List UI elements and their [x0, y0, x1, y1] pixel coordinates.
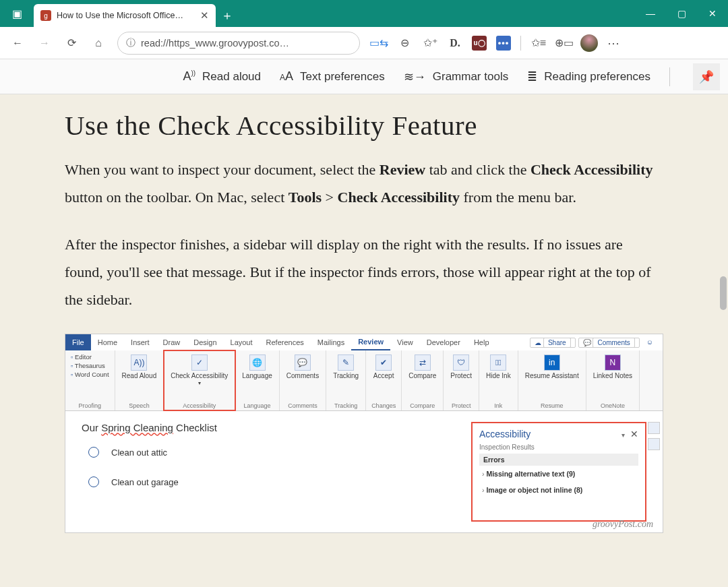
add-favorite-icon[interactable]: ✩⁺ [418, 31, 442, 55]
comments-icon: 💬 [295, 354, 311, 371]
profile-avatar[interactable] [578, 32, 601, 55]
onenote-icon: N [605, 354, 621, 371]
collections-icon[interactable]: ⊕▭ [552, 31, 576, 55]
article-content: Use the Check Accessibility Feature When… [0, 94, 728, 533]
ribbon-linked-notes: Linked Notes [593, 372, 632, 379]
read-aloud-icon: A)) [131, 354, 147, 371]
ribbon-resume-assistant: Resume Assistant [525, 372, 579, 379]
ribbon-group-compare: Compare [410, 402, 435, 409]
ribbon-group-protect: Protect [452, 402, 471, 409]
forward-button: → [32, 31, 57, 55]
word-ribbon: Editor Thesaurus Word Count Proofing A))… [65, 350, 663, 411]
figure-watermark: groovyPost.com [593, 519, 653, 530]
check-accessibility-icon: ✓ [191, 354, 208, 371]
url-field[interactable]: ⓘ read://https_www.groovypost.co… [117, 32, 360, 55]
inspection-results-label: Inspection Results [479, 443, 638, 451]
scrollbar[interactable] [719, 61, 728, 587]
minimize-button[interactable]: ― [635, 0, 666, 27]
read-aloud-label: Read aloud [202, 70, 261, 84]
tracking-icon: ✎ [338, 354, 354, 371]
word-document-body: Our Spring Cleaning Checklist Clean out … [82, 422, 463, 522]
reading-preferences-button[interactable]: ≣ Reading preferences [527, 69, 650, 84]
ribbon-group-speech: Speech [129, 402, 150, 409]
text-prefs-label: Text preferences [300, 70, 385, 84]
ribbon-group-changes: Changes [371, 402, 396, 409]
maximize-button[interactable]: ▢ [666, 0, 697, 27]
accessibility-pane: Accessibility ▾ ✕ Inspection Results Err… [471, 422, 646, 522]
scrollbar-thumb[interactable] [720, 276, 727, 310]
close-tab-icon[interactable]: ✕ [200, 9, 209, 22]
ribbon-group-accessibility: Accessibility [183, 402, 216, 409]
favorites-icon[interactable]: ✩≡ [526, 31, 551, 55]
reload-button[interactable]: ⟳ [59, 31, 84, 55]
favicon-icon: g [40, 10, 51, 21]
ribbon-thesaurus: Thesaurus [71, 362, 105, 369]
pin-icon: 📌 [699, 69, 714, 84]
reading-prefs-icon: ≣ [527, 69, 537, 84]
zoom-out-icon[interactable]: ⊖ [392, 31, 417, 55]
word-screenshot-figure: File Home Insert Draw Design Layout Refe… [65, 334, 663, 533]
browser-tab[interactable]: g How to Use the Microsoft Office… ✕ [34, 4, 216, 27]
extension-ublock-icon[interactable]: u◯ [468, 32, 491, 55]
word-comments-button: 💬 Comments [578, 338, 640, 348]
close-window-button[interactable]: ✕ [697, 0, 728, 27]
word-tab-review: Review [351, 334, 390, 350]
ribbon-group-tracking: Tracking [334, 402, 357, 409]
extension-lastpass-icon[interactable]: ••• [492, 32, 515, 55]
ribbon-wordcount: Word Count [71, 371, 109, 378]
protect-icon: 🛡 [453, 354, 469, 371]
checklist-item-2: Clean out garage [88, 476, 463, 487]
article-paragraph-2: After the inspector finishes, a sidebar … [65, 231, 663, 313]
back-button[interactable]: ← [5, 31, 30, 55]
ribbon-check-accessibility: Check Accessibility [171, 372, 228, 379]
ribbon-group-comments: Comments [288, 402, 317, 409]
reader-toolbar: A)) Read aloud AA Text preferences ≋→ Gr… [0, 59, 728, 94]
word-tab-view: View [390, 338, 420, 346]
checklist-item-1: Clean out attic [88, 447, 463, 458]
tab-title: How to Use the Microsoft Office… [57, 11, 183, 20]
url-text: read://https_www.groovypost.co… [141, 38, 289, 49]
pin-toolbar-button[interactable]: 📌 [693, 63, 720, 90]
ribbon-hide-ink: Hide Ink [486, 372, 511, 379]
ribbon-group-ink: Ink [494, 402, 502, 409]
ribbon-group-resume: Resume [541, 402, 564, 409]
article-paragraph-1: When you want to inspect your document, … [65, 156, 663, 211]
word-tab-developer: Developer [420, 338, 467, 346]
immersive-reader-icon[interactable]: ▭⇆ [367, 31, 391, 55]
word-share-button: ☁ Share [530, 338, 575, 348]
compare-icon: ⇄ [415, 354, 431, 371]
word-tab-file: File [65, 334, 91, 350]
text-prefs-icon: AA [280, 69, 293, 84]
address-bar: ← → ⟳ ⌂ ⓘ read://https_www.groovypost.co… [0, 27, 728, 59]
side-tool-icon [648, 422, 660, 434]
home-button[interactable]: ⌂ [86, 31, 111, 55]
ribbon-editor: Editor [71, 353, 92, 361]
close-pane-icon: ✕ [630, 429, 638, 439]
word-tab-draw: Draw [156, 338, 187, 346]
resume-icon: in [544, 354, 560, 371]
word-tab-references: References [260, 338, 311, 346]
grammar-tools-button[interactable]: ≋→ Grammar tools [404, 69, 508, 84]
read-aloud-button[interactable]: A)) Read aloud [183, 69, 261, 84]
dropdown-icon: ▾ [621, 431, 625, 439]
extension-d-icon[interactable]: D. [444, 32, 466, 55]
side-tool-icon [648, 438, 660, 450]
read-aloud-icon: A)) [183, 69, 195, 84]
more-menu-icon[interactable]: ⋯ [602, 31, 626, 55]
accept-icon: ✔ [375, 354, 392, 371]
error-item-2: Image or object not inline (8) [479, 482, 638, 498]
ribbon-tracking: Tracking [333, 372, 359, 379]
error-item-1: Missing alternative text (9) [479, 466, 638, 482]
word-tab-home: Home [91, 338, 124, 346]
word-tab-design: Design [187, 338, 223, 346]
article-heading: Use the Check Accessibility Feature [65, 109, 663, 142]
separator [669, 67, 670, 86]
doc-title: Our Spring Cleaning Checklist [82, 422, 463, 433]
ribbon-accept: Accept [373, 372, 394, 379]
new-tab-button[interactable]: ＋ [216, 4, 239, 27]
site-info-icon[interactable]: ⓘ [126, 37, 135, 49]
text-preferences-button[interactable]: AA Text preferences [280, 69, 385, 84]
language-icon: 🌐 [249, 354, 266, 371]
ribbon-comments: Comments [286, 372, 319, 379]
radio-icon [88, 476, 99, 487]
